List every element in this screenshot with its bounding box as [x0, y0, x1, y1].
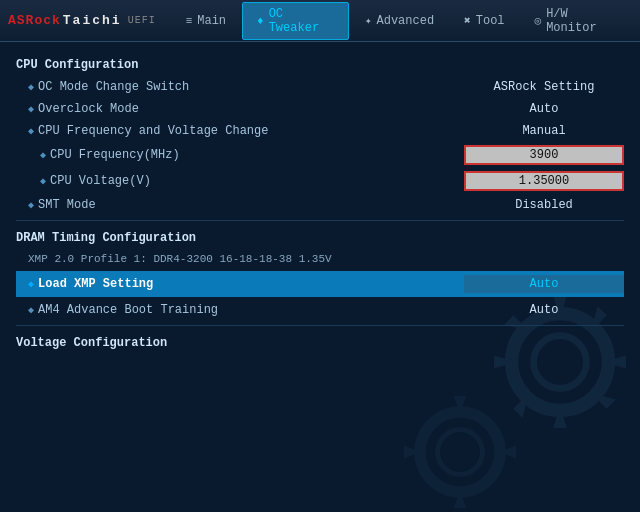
cpu-voltage-value[interactable]: 1.35000	[464, 171, 624, 191]
cpu-freq-row[interactable]: ◆ CPU Frequency(MHz) 3900	[16, 142, 624, 168]
am4-boot-label: AM4 Advance Boot Training	[38, 303, 464, 317]
load-xmp-bullet: ◆	[28, 278, 34, 290]
tab-advanced-label: Advanced	[377, 14, 435, 28]
logo-taichi: Taichi	[63, 13, 122, 28]
logo: ASRock Taichi UEFI	[8, 13, 156, 28]
tab-oc-tweaker[interactable]: ♦ OC Tweaker	[242, 2, 349, 40]
overclock-mode-row[interactable]: ◆ Overclock Mode Auto	[16, 98, 624, 120]
xmp-info: XMP 2.0 Profile 1: DDR4-3200 16-18-18-38…	[16, 249, 624, 269]
load-xmp-value[interactable]: Auto	[464, 275, 624, 293]
load-xmp-row[interactable]: ◆ Load XMP Setting Auto	[16, 271, 624, 297]
am4-bullet: ◆	[28, 304, 34, 316]
cpu-voltage-row[interactable]: ◆ CPU Voltage(V) 1.35000	[16, 168, 624, 194]
cpu-voltage-label: CPU Voltage(V)	[50, 174, 464, 188]
overclock-bullet: ◆	[28, 103, 34, 115]
am4-boot-row[interactable]: ◆ AM4 Advance Boot Training Auto	[16, 299, 624, 321]
oc-mode-value: ASRock Setting	[464, 79, 624, 95]
tab-hw-label: H/W Monitor	[546, 7, 618, 35]
oc-icon: ♦	[257, 15, 264, 27]
smt-mode-value: Disabled	[464, 197, 624, 213]
cpu-freq-bullet: ◆	[40, 149, 46, 161]
hw-icon: ◎	[535, 14, 542, 27]
load-xmp-label: Load XMP Setting	[38, 277, 464, 291]
logo-asrock: ASRock	[8, 13, 61, 28]
smt-mode-label: SMT Mode	[38, 198, 464, 212]
tab-tool-label: Tool	[476, 14, 505, 28]
tab-advanced[interactable]: ✦ Advanced	[351, 10, 448, 32]
smt-bullet: ◆	[28, 199, 34, 211]
logo-uefi: UEFI	[128, 15, 156, 26]
cpu-freq-volt-bullet: ◆	[28, 125, 34, 137]
cpu-freq-label: CPU Frequency(MHz)	[50, 148, 464, 162]
voltage-config-header: Voltage Configuration	[16, 330, 624, 354]
main-content: CPU Configuration ◆ OC Mode Change Switc…	[0, 42, 640, 364]
advanced-icon: ✦	[365, 14, 372, 27]
oc-mode-row[interactable]: ◆ OC Mode Change Switch ASRock Setting	[16, 76, 624, 98]
smt-mode-row[interactable]: ◆ SMT Mode Disabled	[16, 194, 624, 216]
svg-point-3	[438, 430, 483, 475]
cpu-freq-volt-value: Manual	[464, 123, 624, 139]
overclock-mode-value: Auto	[464, 101, 624, 117]
cpu-freq-value[interactable]: 3900	[464, 145, 624, 165]
tab-main[interactable]: ≡ Main	[172, 10, 240, 32]
top-bar: ASRock Taichi UEFI ≡ Main ♦ OC Tweaker ✦…	[0, 0, 640, 42]
tab-tool[interactable]: ✖ Tool	[450, 10, 518, 32]
dram-timing-header: DRAM Timing Configuration	[16, 225, 624, 249]
divider-2	[16, 325, 624, 326]
cpu-freq-volt-label: CPU Frequency and Voltage Change	[38, 124, 464, 138]
tool-icon: ✖	[464, 14, 471, 27]
tab-hw-monitor[interactable]: ◎ H/W Monitor	[521, 3, 632, 39]
am4-boot-value: Auto	[464, 302, 624, 318]
divider-1	[16, 220, 624, 221]
nav-tabs: ≡ Main ♦ OC Tweaker ✦ Advanced ✖ Tool ◎ …	[172, 2, 632, 40]
cpu-voltage-bullet: ◆	[40, 175, 46, 187]
oc-mode-label: OC Mode Change Switch	[38, 80, 464, 94]
svg-point-2	[420, 412, 500, 492]
overclock-mode-label: Overclock Mode	[38, 102, 464, 116]
main-icon: ≡	[186, 15, 193, 27]
cpu-freq-volt-row[interactable]: ◆ CPU Frequency and Voltage Change Manua…	[16, 120, 624, 142]
cpu-config-header: CPU Configuration	[16, 52, 624, 76]
tab-main-label: Main	[197, 14, 226, 28]
tab-oc-label: OC Tweaker	[269, 7, 334, 35]
oc-mode-bullet: ◆	[28, 81, 34, 93]
